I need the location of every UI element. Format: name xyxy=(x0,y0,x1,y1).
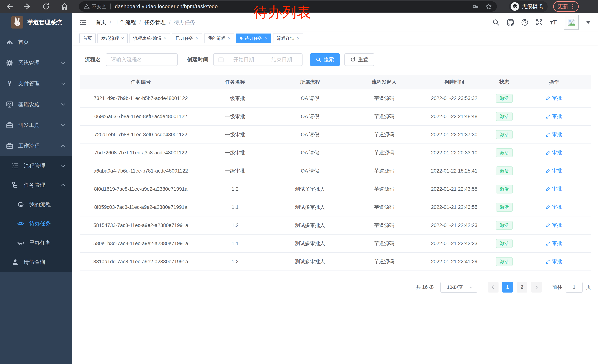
table-row[interactable]: 58154733-7ac8-11ec-a9e2-a2380e71991a 1.2… xyxy=(80,216,591,235)
browser-update-button[interactable]: 更新 xyxy=(553,1,579,12)
search-icon[interactable] xyxy=(492,19,500,26)
next-page-button[interactable] xyxy=(531,282,542,292)
breadcrumb-home[interactable]: 首页 xyxy=(96,19,106,26)
home-icon[interactable] xyxy=(60,2,68,11)
fullscreen-icon[interactable] xyxy=(536,19,543,26)
sidebar-item-workflow[interactable]: 工作流程 xyxy=(0,136,72,156)
approve-button[interactable]: 审批 xyxy=(546,95,562,101)
cell-task-id: 069c6a63-7b8a-11ec-8ef0-acde48001122 xyxy=(80,107,202,126)
approve-button[interactable]: 审批 xyxy=(546,131,562,138)
back-icon[interactable] xyxy=(5,2,13,11)
approve-button[interactable]: 审批 xyxy=(546,186,562,192)
table-row[interactable]: 580e1b3d-7ac8-11ec-a9e2-a2380e71991a 1.1… xyxy=(80,235,591,252)
approve-button[interactable]: 审批 xyxy=(546,204,562,210)
cell-created: 2022-01-22 18:25:41 xyxy=(417,162,492,180)
forward-icon[interactable] xyxy=(23,2,32,11)
end-date-placeholder[interactable]: 结束日期 xyxy=(265,56,299,63)
sidebar-item-payment[interactable]: ¥ 支付管理 xyxy=(0,73,72,94)
sidebar-item-todo-tasks[interactable]: 待办任务 xyxy=(0,214,72,233)
approve-button[interactable]: 审批 xyxy=(546,222,562,228)
sidebar-item-process-management[interactable]: 流程管理 xyxy=(0,156,72,176)
breadcrumb-workflow[interactable]: 工作流程 xyxy=(115,19,136,26)
approve-button[interactable]: 审批 xyxy=(546,258,562,265)
breadcrumb: 首页 / 工作流程 / 任务管理 / 待办任务 xyxy=(96,19,195,26)
tab[interactable]: 我的流程 × xyxy=(204,33,234,43)
tab[interactable]: 发起流程 × xyxy=(98,33,128,43)
app-logo[interactable]: 芋道管理系统 xyxy=(0,13,72,32)
star-icon[interactable] xyxy=(485,3,492,10)
reset-button[interactable]: 重置 xyxy=(344,53,374,66)
github-icon[interactable] xyxy=(507,19,514,26)
tab[interactable]: 首页 xyxy=(79,33,96,43)
tab-label: 发起流程 xyxy=(101,35,119,41)
chevron-right-icon xyxy=(534,285,539,289)
date-range-picker[interactable]: 开始日期 - 结束日期 xyxy=(213,53,303,66)
breadcrumb-task-management[interactable]: 任务管理 xyxy=(144,19,166,26)
close-icon[interactable]: × xyxy=(164,36,166,41)
table-row[interactable]: 069c6a63-7b8a-11ec-8ef0-acde48001122 一级审… xyxy=(80,107,591,126)
table-row[interactable]: 73211d9d-7b9b-11ec-b5b7-acde48001122 一级审… xyxy=(80,89,591,107)
start-date-placeholder[interactable]: 开始日期 xyxy=(227,56,261,63)
col-created: 创建时间 xyxy=(417,75,492,89)
sidebar-item-system[interactable]: 系统管理 xyxy=(0,53,72,73)
reload-icon[interactable] xyxy=(42,2,50,11)
tab[interactable]: 待办任务 × xyxy=(236,33,271,43)
help-icon[interactable] xyxy=(521,19,529,26)
approve-button[interactable]: 审批 xyxy=(546,113,562,120)
sidebar-item-home[interactable]: 首页 xyxy=(0,32,72,53)
close-icon[interactable]: × xyxy=(121,36,124,41)
avatar[interactable] xyxy=(564,15,579,30)
sidebar-item-leave-query[interactable]: 请假查询 xyxy=(0,252,72,272)
sidebar-item-task-management[interactable]: 任务管理 xyxy=(0,176,72,195)
table-row[interactable]: 75d72608-7b7f-11ec-a3c8-acde48001122 一级审… xyxy=(80,144,591,162)
chevron-left-icon xyxy=(491,285,495,289)
approve-label: 审批 xyxy=(552,240,562,247)
chevron-down-icon[interactable] xyxy=(586,21,590,24)
sidebar-item-infrastructure[interactable]: 基础设施 xyxy=(0,94,72,115)
goto-page-input[interactable] xyxy=(565,282,583,293)
edit-icon xyxy=(546,205,551,209)
cell-task-id: 75d72608-7b7f-11ec-a3c8-acde48001122 xyxy=(80,144,202,162)
sidebar-item-my-process[interactable]: 我的流程 xyxy=(0,195,72,214)
cell-process: OA 请假 xyxy=(268,126,352,144)
key-icon[interactable] xyxy=(472,3,479,10)
table-row[interactable]: 8f059c03-7ac8-11ec-a9e2-a2380e71991a 1.1… xyxy=(80,198,591,216)
close-icon[interactable]: × xyxy=(265,36,267,41)
prev-page-button[interactable] xyxy=(488,282,498,292)
fold-icon[interactable] xyxy=(79,18,87,26)
close-icon[interactable]: × xyxy=(297,36,299,41)
font-size-icon[interactable]: ᴛT xyxy=(550,19,557,26)
table-row[interactable]: 381aa1dd-7ac8-11ec-a9e2-a2380e71991a 1.2… xyxy=(80,252,591,271)
tab[interactable]: 流程详情 × xyxy=(273,33,303,43)
process-name-input[interactable] xyxy=(111,57,173,63)
table-row[interactable]: 8f0d1619-7ac8-11ec-a9e2-a2380e71991a 1.2… xyxy=(80,180,591,198)
url-text[interactable]: dashboard.yudao.iocoder.cn/bpm/task/todo xyxy=(115,4,218,9)
search-button[interactable]: 搜索 xyxy=(310,53,340,66)
search-icon xyxy=(316,57,321,62)
process-name-field[interactable] xyxy=(106,53,178,66)
edit-icon xyxy=(546,223,551,227)
page-button-1[interactable]: 1 xyxy=(502,282,513,292)
sidebar-item-devtools[interactable]: 研发工具 xyxy=(0,115,72,136)
chevron-down-icon xyxy=(61,123,66,128)
tab[interactable]: 已办任务 × xyxy=(172,33,202,43)
approve-label: 审批 xyxy=(552,113,562,120)
sidebar-item-done-tasks[interactable]: 已办任务 xyxy=(0,233,72,252)
update-label[interactable]: 更新 xyxy=(558,3,568,10)
close-icon[interactable]: × xyxy=(228,36,231,41)
table-row[interactable]: a6aba0a4-7b6d-11ec-b781-acde48001122 一级审… xyxy=(80,162,591,180)
table-row[interactable]: 725a1eb6-7b88-11ec-8ef0-acde48001122 一级审… xyxy=(80,126,591,144)
cell-starter: 芋道源码 xyxy=(352,107,417,126)
approve-button[interactable]: 审批 xyxy=(546,240,562,247)
cell-task-id: 8f059c03-7ac8-11ec-a9e2-a2380e71991a xyxy=(80,198,202,216)
page-button-2[interactable]: 2 xyxy=(517,282,527,292)
page-size-select[interactable]: 10条/页 xyxy=(440,282,477,293)
warning-icon[interactable] xyxy=(84,4,90,9)
address-bar[interactable]: 不安全 dashboard.yudao.iocoder.cn/bpm/task/… xyxy=(79,1,497,12)
approve-button[interactable]: 审批 xyxy=(546,149,562,156)
tab[interactable]: 流程表单-编辑 × xyxy=(130,33,170,43)
approve-button[interactable]: 审批 xyxy=(546,167,562,174)
close-icon[interactable]: × xyxy=(196,36,199,41)
kebab-menu-icon[interactable] xyxy=(570,4,576,9)
security-label[interactable]: 不安全 xyxy=(92,3,106,10)
